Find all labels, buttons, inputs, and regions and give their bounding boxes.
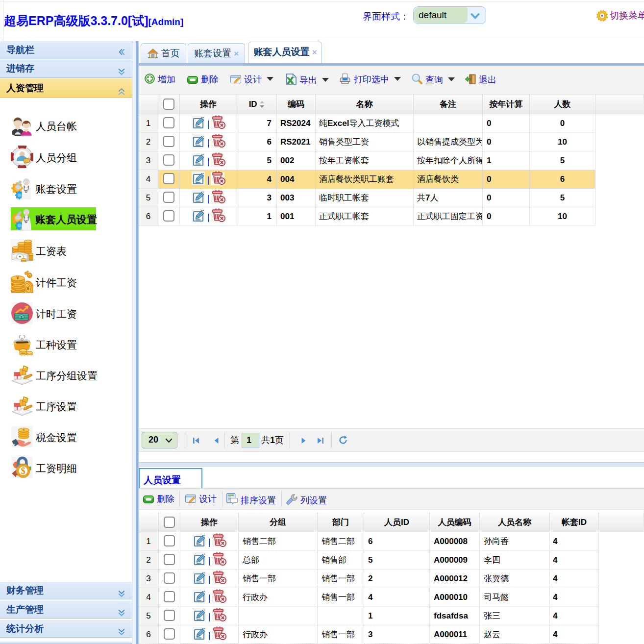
svg-text:$: $	[23, 428, 25, 432]
svg-text:¥: ¥	[17, 275, 19, 280]
svg-text:$: $	[21, 315, 23, 320]
svg-text:$: $	[21, 466, 25, 476]
